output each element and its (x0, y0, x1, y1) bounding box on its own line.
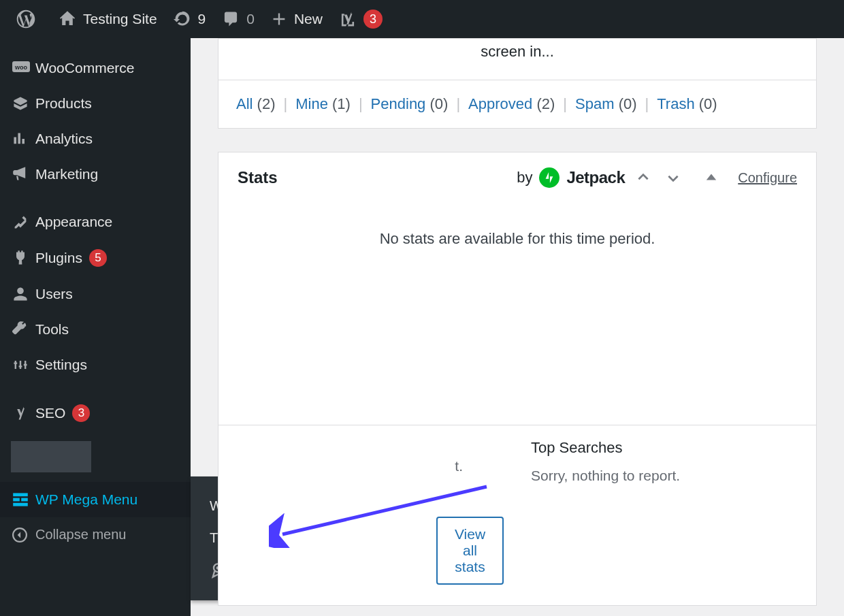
comments-link[interactable]: 0 (214, 0, 263, 38)
sidebar-item-seo[interactable]: SEO 3 (0, 395, 191, 432)
stats-title: Stats (238, 168, 278, 187)
sidebar-item-products[interactable]: Products (0, 86, 191, 121)
filter-trash[interactable]: Trash (657, 95, 694, 112)
svg-text:woo: woo (14, 64, 27, 71)
filter-mine[interactable]: Mine (295, 95, 328, 112)
content-area: screen in... All (2) | Mine (1) | Pendin… (191, 38, 844, 616)
sidebar-item-wp-mega-menu[interactable]: WP Mega Menu (0, 482, 191, 517)
filter-approved-count: (2) (536, 95, 555, 112)
sidebar-label: Plugins (35, 250, 82, 266)
wrench-icon (12, 321, 35, 338)
sidebar-label: Products (35, 95, 92, 112)
filter-sep: | (448, 95, 468, 113)
sidebar-label: Analytics (35, 131, 93, 147)
move-up-button[interactable] (632, 170, 655, 185)
move-down-button[interactable] (662, 170, 685, 185)
configure-link[interactable]: Configure (738, 170, 797, 186)
svg-rect-2 (13, 493, 28, 496)
collapse-label: Collapse menu (35, 527, 126, 542)
stats-footer: t. View all stats Top Searches Sorry, no… (218, 425, 816, 605)
sidebar-label: WP Mega Menu (35, 491, 137, 508)
jetpack-icon (539, 167, 559, 188)
admin-sidebar: woo WooCommerce Products Analytics Marke… (0, 38, 191, 616)
sidebar-label: SEO (35, 405, 65, 421)
sidebar-item-settings[interactable]: Settings (0, 347, 191, 383)
filter-spam[interactable]: Spam (575, 95, 614, 112)
analytics-icon (12, 131, 35, 147)
site-title: Testing Site (83, 11, 157, 27)
site-link[interactable]: Testing Site (50, 0, 165, 38)
products-icon (12, 95, 35, 112)
filter-sep: | (351, 95, 371, 113)
svg-rect-3 (13, 498, 20, 502)
wordpress-icon (16, 10, 35, 29)
yoast-icon (12, 405, 35, 421)
woocommerce-icon: woo (12, 61, 35, 75)
top-searches-title: Top Searches (531, 439, 796, 457)
settings-icon (12, 357, 35, 373)
filter-all-count: (2) (257, 95, 276, 112)
notif-badge: 3 (363, 10, 383, 29)
sidebar-label: WooCommerce (35, 60, 134, 76)
new-label: New (294, 11, 323, 27)
filter-mine-count: (1) (332, 95, 351, 112)
filter-pending-count: (0) (429, 95, 448, 112)
filter-spam-count: (0) (619, 95, 637, 112)
updates-count: 9 (198, 11, 206, 27)
sidebar-item-plugins[interactable]: Plugins 5 (0, 240, 191, 276)
sidebar-label: Appearance (35, 214, 112, 230)
comments-count: 0 (246, 11, 255, 27)
sidebar-item-woocommerce[interactable]: woo WooCommerce (0, 50, 191, 86)
stats-panel-header: Stats by Jetpack Configure (218, 152, 816, 203)
comments-panel: screen in... All (2) | Mine (1) | Pendin… (218, 38, 817, 129)
seo-badge: 3 (72, 404, 90, 422)
jetpack-brand: Jetpack (566, 168, 625, 187)
home-icon (59, 10, 76, 28)
yoast-link[interactable]: 3 (331, 0, 391, 38)
stats-left-text: t. (239, 458, 504, 474)
view-all-stats-button[interactable]: View all stats (436, 517, 504, 585)
wp-logo[interactable] (8, 0, 50, 38)
megaphone-icon (12, 166, 35, 182)
sidebar-item-marketing[interactable]: Marketing (0, 157, 191, 192)
collapse-icon (12, 528, 35, 542)
sidebar-item-tools[interactable]: Tools (0, 312, 191, 347)
plugins-badge: 5 (89, 249, 107, 267)
filter-sep: | (555, 95, 575, 113)
sidebar-item-analytics[interactable]: Analytics (0, 121, 191, 157)
yoast-icon (339, 10, 357, 28)
filter-trash-count: (0) (699, 95, 717, 112)
stats-right-col: Top Searches Sorry, nothing to report. (504, 439, 796, 585)
mega-menu-icon (12, 491, 35, 508)
svg-rect-5 (13, 503, 28, 506)
comments-filter-bar: All (2) | Mine (1) | Pending (0) | Appro… (218, 80, 816, 128)
sidebar-label: Settings (35, 357, 87, 373)
sidebar-label: Users (35, 286, 73, 302)
comments-snippet: screen in... (218, 39, 816, 80)
filter-all[interactable]: All (236, 95, 253, 112)
svg-rect-4 (21, 498, 28, 502)
filter-approved[interactable]: Approved (468, 95, 532, 112)
users-icon (12, 286, 35, 302)
stats-left-col: t. View all stats (239, 439, 504, 585)
plus-icon (271, 11, 287, 27)
stats-empty-message: No stats are available for this time per… (218, 203, 816, 425)
collapse-menu[interactable]: Collapse menu (0, 517, 191, 552)
sidebar-item-users[interactable]: Users (0, 276, 191, 312)
top-searches-text: Sorry, nothing to report. (531, 468, 796, 484)
comment-icon (222, 10, 240, 28)
sidebar-item-appearance[interactable]: Appearance (0, 204, 191, 240)
sidebar-label: Tools (35, 321, 69, 338)
sidebar-placeholder (11, 441, 91, 472)
stats-panel: Stats by Jetpack Configure No stats a (218, 152, 817, 606)
plugin-icon (12, 250, 35, 266)
filter-pending[interactable]: Pending (371, 95, 426, 112)
updates-link[interactable]: 9 (165, 0, 214, 38)
new-content-link[interactable]: New (263, 0, 331, 38)
sidebar-label: Marketing (35, 166, 98, 182)
appearance-icon (12, 214, 35, 230)
filter-sep: | (637, 95, 658, 113)
update-icon (174, 10, 191, 28)
filter-sep: | (275, 95, 295, 113)
collapse-panel-button[interactable] (701, 172, 721, 184)
